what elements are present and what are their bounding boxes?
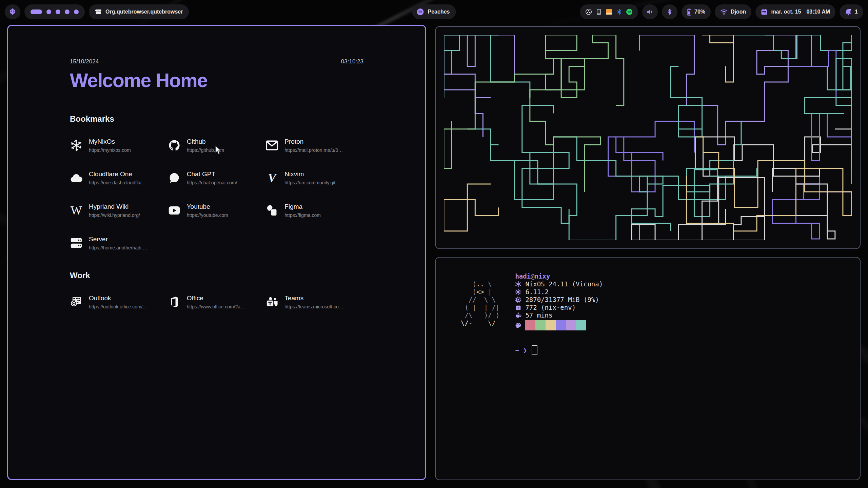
speaker-icon [646,8,654,15]
bookmark-name: Proton [284,138,343,145]
outlook-icon [70,296,83,308]
prompt-symbol: ❯ [523,346,527,354]
bookmark-url: https://mail.proton.me/u/0… [284,147,343,153]
bookmark-url: https://mynixos.com [89,147,131,153]
ascii-art-tux: ___ (.. \ (<> | // \ \ ( | | /| _/\ __)/… [461,272,499,355]
memory-icon [515,297,525,303]
clock-pill[interactable]: mar. oct. 15 03:10 AM [755,4,835,19]
fetch-row-kernel: 6.11.2 [515,288,603,296]
files-tray-icon[interactable] [606,9,612,15]
battery-icon [687,8,691,16]
pipes-art [444,35,852,240]
bookmark-url: https://nix-community.git… [284,180,340,185]
volume-pill[interactable] [642,4,658,19]
bookmark-outlook[interactable]: Outlookhttps://outlook.office.com/… [70,292,168,311]
bookmark-figma[interactable]: Figmahttps://figma.com [265,201,363,220]
divider [70,104,363,104]
bookmark-nixvim[interactable]: V Nixvimhttps://nix-community.git… [265,168,363,187]
workspace-dot[interactable] [56,9,60,14]
battery-pill[interactable]: 70% [682,4,711,19]
cloud-icon [70,173,83,183]
topbar-left: ❄ Org.qutebrowser.qutebrowser [5,4,189,19]
nixos-icon [70,139,83,151]
workspace-dot[interactable] [46,9,51,14]
bookmark-mynixos[interactable]: MyNixOshttps://mynixos.com [70,136,168,155]
bluetooth-tray-icon[interactable] [617,8,622,15]
bookmark-url: https://www.office.com/?a… [187,304,245,309]
bookmark-proton[interactable]: Protonhttps://mail.proton.me/u/0… [265,136,363,155]
workspace-dot[interactable] [65,9,70,14]
bookmark-name: Cloudflare One [89,170,146,178]
startpage-date: 15/10/2024 [70,58,99,65]
qutebrowser-window: 15/10/2024 03:10:23 Welcome Home Bookmar… [7,25,426,480]
mail-icon [265,140,278,150]
fetch-row-uptime: 57 mins [515,311,603,319]
topbar-center: Peaches [412,4,456,19]
bookmark-url: https://one.dash.cloudflar… [89,180,146,185]
section-label-work: Work [70,271,363,280]
clock-date: mar. oct. 15 [771,9,801,15]
palette-swatch [546,320,556,330]
vim-icon: V [265,172,278,184]
obs-tray-icon[interactable] [585,8,592,15]
youtube-icon [168,206,181,215]
office-icon [168,296,181,308]
github-icon [168,139,181,151]
bluetooth-icon [667,8,672,15]
fetch-row-memory: 2870/31377 MiB (9%) [515,296,603,304]
window-icon [95,9,102,15]
startpage-time: 03:10:23 [341,58,363,65]
bookmark-teams[interactable]: Teamshttps://teams.microsoft.co… [265,292,363,311]
palette-swatch [576,320,586,330]
bookmark-server[interactable]: Serverhttps://home.anotherhadi.… [70,233,168,252]
bookmark-office[interactable]: Officehttps://www.office.com/?a… [168,292,266,311]
calendar-icon [761,8,768,15]
user-host: hadi@nixy [515,272,603,280]
workspace-indicator[interactable] [24,4,85,19]
chat-icon [168,172,181,184]
spotify-tray-icon[interactable] [626,8,633,15]
notifications-pill[interactable]: 1 [840,4,863,19]
bookmark-name: Outlook [89,294,147,302]
bookmark-url: https://figma.com [284,212,321,218]
network-ssid: Djoon [731,9,746,15]
bookmark-youtube[interactable]: Youtubehttps://youtube.com [168,201,266,220]
fastfetch-terminal-window[interactable]: ___ (.. \ (<> | // \ \ ( | | /| _/\ __)/… [435,257,861,480]
bookmark-hyprland-wiki[interactable]: W Hyprland Wikihttps://wiki.hyprland.org… [70,201,168,220]
bookmark-name: Office [187,294,245,302]
page-title: Welcome Home [70,69,363,92]
bookmark-url: https://home.anotherhadi.… [89,245,147,250]
os-snowflake-icon [515,281,525,287]
section-label-bookmarks: Bookmarks [70,114,363,124]
bookmark-name: Nixvim [284,170,340,178]
bookmark-url: https://teams.microsoft.co… [284,304,343,309]
bookmark-chatgpt[interactable]: Chat GPThttps://chat.openai.com/ [168,168,266,187]
shell-prompt[interactable]: ~ ❯ [515,345,603,355]
wifi-icon [720,9,728,15]
color-swatches [525,320,586,330]
bell-icon [845,8,852,16]
server-icon [70,237,83,249]
system-tray[interactable] [580,4,638,19]
media-player-pill[interactable]: Peaches [412,4,456,19]
palette-swatch [535,320,546,330]
pipes-terminal-window[interactable] [435,26,861,249]
network-pill[interactable]: Djoon [715,4,751,19]
figma-icon [265,205,278,216]
bookmark-name: Hyprland Wiki [89,203,140,210]
nixos-launcher-button[interactable]: ❄ [5,4,20,19]
fetch-row-colors [515,320,603,330]
bookmark-cloudflare-one[interactable]: Cloudflare Onehttps://one.dash.cloudflar… [70,168,168,187]
palette-icon [515,322,525,329]
workspace-dot[interactable] [74,9,79,14]
bookmark-name: Figma [284,203,321,210]
device-tray-icon[interactable] [596,8,601,15]
active-window-pill[interactable]: Org.qutebrowser.qutebrowser [89,4,189,19]
workspace-active[interactable] [31,9,42,14]
teams-icon [265,296,278,308]
palette-swatch [566,320,576,330]
bookmark-url: https://wiki.hyprland.org/ [89,212,140,218]
active-window-title: Org.qutebrowser.qutebrowser [105,9,183,15]
packages-icon [515,304,525,311]
bluetooth-pill[interactable] [662,4,677,19]
